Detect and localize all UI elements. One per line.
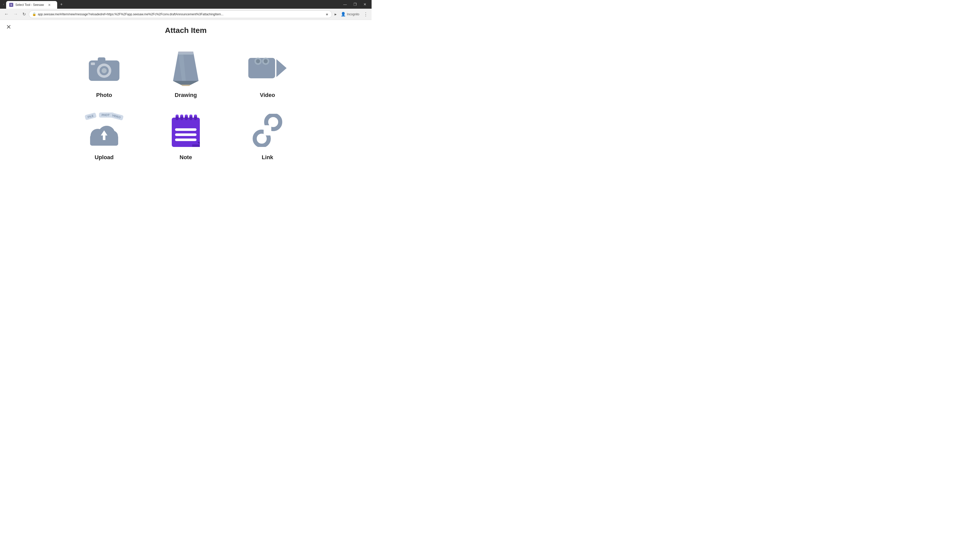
note-label: Note xyxy=(180,154,192,161)
extensions-button[interactable]: ▸ xyxy=(334,11,338,17)
drawing-icon xyxy=(167,49,205,87)
security-icon: 🔒 xyxy=(32,12,36,16)
upload-icon: FILE PHOTO VIDEO xyxy=(85,111,123,149)
bookmark-icon[interactable]: ★ xyxy=(325,12,329,16)
svg-point-4 xyxy=(102,68,107,73)
nav-back-button[interactable]: ← xyxy=(3,11,10,18)
close-page-button[interactable]: ✕ xyxy=(6,24,11,30)
photo-item[interactable]: Photo xyxy=(63,44,145,103)
note-item[interactable]: Note xyxy=(145,106,227,166)
svg-rect-43 xyxy=(264,125,271,135)
svg-rect-31 xyxy=(176,114,179,117)
drawing-label: Drawing xyxy=(175,92,197,98)
svg-rect-33 xyxy=(185,114,188,117)
svg-rect-5 xyxy=(91,62,95,65)
svg-rect-36 xyxy=(175,128,197,131)
items-grid: Photo Drawing xyxy=(63,44,308,166)
note-icon xyxy=(167,111,205,149)
tab-favicon: S xyxy=(9,3,13,7)
window-close-button[interactable]: ✕ xyxy=(360,1,369,7)
nav-refresh-button[interactable]: ↻ xyxy=(21,11,27,17)
svg-rect-32 xyxy=(180,114,183,117)
profile-button[interactable]: 👤 Incognito xyxy=(340,11,360,17)
svg-rect-38 xyxy=(175,138,197,141)
page-content: ✕ Attach Item xyxy=(0,20,372,198)
link-label: Link xyxy=(262,154,273,161)
drawing-item[interactable]: Drawing xyxy=(145,44,227,103)
address-bar[interactable]: 🔒 app.seesaw.me/#/item/new/message?reloa… xyxy=(29,11,332,18)
nav-forward-button[interactable]: → xyxy=(12,11,19,18)
svg-point-14 xyxy=(256,59,260,63)
profile-icon: 👤 xyxy=(341,12,346,17)
svg-rect-37 xyxy=(175,133,197,136)
photo-icon xyxy=(85,49,123,87)
svg-rect-11 xyxy=(178,52,193,53)
tab-title: Select Tool - Seesaw xyxy=(15,3,44,6)
tab-history-back[interactable]: ‹ xyxy=(2,2,5,7)
incognito-label: Incognito xyxy=(347,13,360,16)
svg-rect-12 xyxy=(248,58,275,78)
tab-close-button[interactable]: ✕ xyxy=(48,3,51,7)
video-item[interactable]: Video xyxy=(227,44,308,103)
address-url: app.seesaw.me/#/item/new/message?reloade… xyxy=(38,13,324,16)
svg-marker-8 xyxy=(173,81,199,85)
upload-item[interactable]: FILE PHOTO VIDEO Upload xyxy=(63,106,145,166)
svg-marker-39 xyxy=(192,144,200,147)
svg-rect-1 xyxy=(98,57,105,62)
photo-label: Photo xyxy=(96,92,112,98)
video-label: Video xyxy=(260,92,275,98)
browser-menu-button[interactable]: ⋮ xyxy=(363,11,369,18)
video-icon xyxy=(248,49,286,87)
upload-label: Upload xyxy=(95,154,114,161)
svg-rect-23 xyxy=(90,142,118,146)
svg-rect-25 xyxy=(172,118,200,147)
browser-tab[interactable]: S Select Tool - Seesaw ✕ xyxy=(6,1,57,9)
link-icon xyxy=(248,111,286,149)
svg-rect-35 xyxy=(194,114,197,117)
svg-point-16 xyxy=(264,59,268,63)
svg-marker-9 xyxy=(181,85,191,86)
window-restore-button[interactable]: ❐ xyxy=(350,1,360,7)
window-minimize-button[interactable]: — xyxy=(340,1,350,7)
page-title: Attach Item xyxy=(10,25,361,35)
new-tab-button[interactable]: + xyxy=(58,1,65,8)
svg-rect-34 xyxy=(189,114,192,117)
link-item[interactable]: Link xyxy=(227,106,308,166)
svg-marker-17 xyxy=(277,59,286,77)
